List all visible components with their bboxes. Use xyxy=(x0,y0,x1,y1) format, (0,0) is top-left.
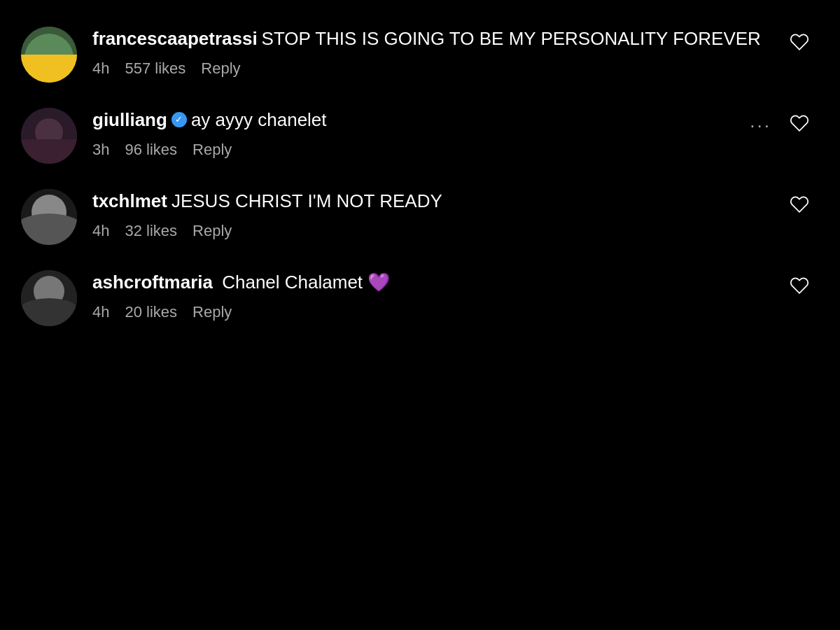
reply-button[interactable]: Reply xyxy=(192,222,232,240)
avatar xyxy=(21,108,77,164)
comment-item: txchlmetJESUS CHRIST I'M NOT READY 4h 32… xyxy=(21,176,819,258)
reply-button[interactable]: Reply xyxy=(192,303,232,321)
avatar xyxy=(21,189,77,245)
comment-content: ay ayyy chanelet xyxy=(191,109,327,130)
comment-time: 4h xyxy=(92,222,109,240)
comment-content: Chanel Chalamet 💜 xyxy=(217,272,390,293)
like-button[interactable] xyxy=(787,111,812,136)
comment-body: ashcroftmaria Chanel Chalamet 💜 4h 20 li… xyxy=(92,270,819,321)
comment-text: francescaapetrassiSTOP THIS IS GOING TO … xyxy=(92,27,819,51)
heart-icon xyxy=(790,276,809,295)
comment-text: txchlmetJESUS CHRIST I'M NOT READY xyxy=(92,189,819,214)
comment-body: txchlmetJESUS CHRIST I'M NOT READY 4h 32… xyxy=(92,189,819,240)
comment-meta: 3h 96 likes Reply xyxy=(92,141,819,159)
avatar xyxy=(21,27,77,83)
comment-text: giulliang✓ay ayyy chanelet xyxy=(92,108,819,132)
comment-content: STOP THIS IS GOING TO BE MY PERSONALITY … xyxy=(262,28,761,49)
comment-item: francescaapetrassiSTOP THIS IS GOING TO … xyxy=(21,14,819,95)
more-options-button[interactable]: ··· xyxy=(744,115,777,136)
username[interactable]: txchlmet xyxy=(92,190,167,211)
comment-likes: 20 likes xyxy=(125,303,177,321)
username[interactable]: giulliang xyxy=(92,109,167,130)
comment-meta: 4h 557 likes Reply xyxy=(92,59,819,78)
comments-list: francescaapetrassiSTOP THIS IS GOING TO … xyxy=(0,0,840,630)
purple-heart-emoji: 💜 xyxy=(368,272,390,293)
comment-body: giulliang✓ay ayyy chanelet 3h 96 likes R… xyxy=(92,108,819,159)
like-button[interactable] xyxy=(787,273,812,298)
comment-content: JESUS CHRIST I'M NOT READY xyxy=(172,190,442,211)
comment-likes: 96 likes xyxy=(125,141,177,159)
comment-time: 4h xyxy=(92,59,109,78)
heart-icon xyxy=(790,113,809,133)
heart-icon xyxy=(790,32,809,52)
comment-likes: 32 likes xyxy=(125,222,177,240)
username[interactable]: ashcroftmaria xyxy=(92,272,213,293)
comment-meta: 4h 32 likes Reply xyxy=(92,222,819,240)
reply-button[interactable]: Reply xyxy=(192,141,232,159)
comment-text: ashcroftmaria Chanel Chalamet 💜 xyxy=(92,270,819,295)
comment-meta: 4h 20 likes Reply xyxy=(92,303,819,321)
comment-time: 4h xyxy=(92,303,109,321)
like-button[interactable] xyxy=(787,192,812,217)
comment-body: francescaapetrassiSTOP THIS IS GOING TO … xyxy=(92,27,819,78)
verified-badge: ✓ xyxy=(172,112,187,127)
comment-likes: 557 likes xyxy=(125,59,186,78)
reply-button[interactable]: Reply xyxy=(201,59,240,78)
comment-item: giulliang✓ay ayyy chanelet 3h 96 likes R… xyxy=(21,95,819,176)
avatar xyxy=(21,270,77,326)
like-button[interactable] xyxy=(787,29,812,55)
comment-item: ashcroftmaria Chanel Chalamet 💜 4h 20 li… xyxy=(21,258,819,339)
comment-time: 3h xyxy=(92,141,109,159)
username[interactable]: francescaapetrassi xyxy=(92,28,258,49)
heart-icon xyxy=(790,195,809,214)
